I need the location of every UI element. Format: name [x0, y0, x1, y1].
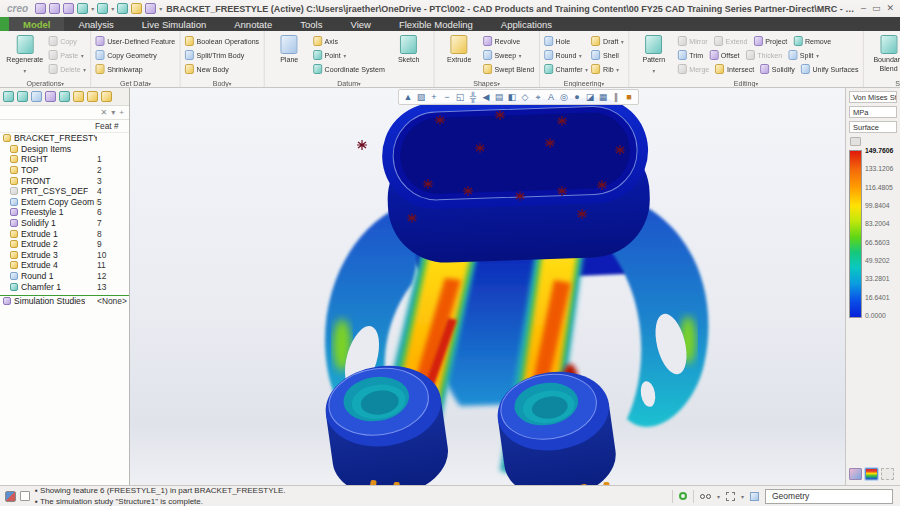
swept-blend-button[interactable]: Swept Blend [483, 63, 534, 75]
search-options-icon[interactable]: ▾ [111, 109, 115, 117]
box-select-icon[interactable]: ▧ [415, 93, 427, 102]
zoom-out-icon[interactable]: − [441, 93, 453, 102]
copy-geometry-button[interactable]: Copy Geometry [96, 49, 176, 61]
group-label-datum[interactable]: Datum▾ [264, 79, 433, 88]
undo-icon[interactable] [77, 3, 88, 14]
section-icon[interactable]: ◪ [584, 93, 596, 102]
customize-icon[interactable] [145, 3, 156, 14]
zoom-in-icon[interactable]: + [428, 93, 440, 102]
group-label-surfaces[interactable]: Surfaces▾ [864, 79, 900, 88]
pattern-button[interactable]: Pattern▾ [633, 33, 674, 74]
tree-item-chamfer-1[interactable]: Chamfer 113 [0, 281, 129, 292]
settings-icon[interactable] [87, 91, 98, 102]
graphics-area[interactable]: ▲▧+−◱╬◀▤◧◇⌖A◎●◪▦∥■ [130, 88, 845, 485]
model-viewport[interactable] [130, 88, 845, 485]
axis-button[interactable]: Axis [313, 35, 385, 47]
shell-button[interactable]: Shell [592, 49, 624, 61]
solidify-button[interactable]: Solidify [760, 63, 794, 75]
hole-button[interactable]: Hole [544, 35, 588, 47]
appearance-icon[interactable]: ● [571, 93, 583, 102]
select-icon[interactable]: ▲ [402, 93, 414, 102]
offset-button[interactable]: Offset [709, 49, 739, 61]
named-views-icon[interactable]: ▤ [493, 93, 505, 102]
tree-item-extrude-4[interactable]: Extrude 411 [0, 260, 129, 271]
group-label-body[interactable]: Body▾ [181, 79, 264, 88]
tab-view[interactable]: View [336, 17, 384, 31]
shrinkwrap-button[interactable]: Shrinkwrap [96, 63, 176, 75]
tree-item-extrude-1[interactable]: Extrude 18 [0, 228, 129, 239]
tree-item-right[interactable]: RIGHT1 [0, 154, 129, 165]
tab-flexible-modeling[interactable]: Flexible Modeling [385, 17, 487, 31]
find-icon[interactable] [700, 494, 711, 499]
tab-applications[interactable]: Applications [487, 17, 566, 31]
legend-display-icon[interactable] [865, 468, 878, 480]
split-trim-body-button[interactable]: Split/Trim Body [185, 49, 259, 61]
round-button[interactable]: Round▾ [544, 49, 588, 61]
regenerate-icon[interactable] [117, 3, 128, 14]
tree-item-extrude-3[interactable]: Extrude 310 [0, 250, 129, 261]
window-arrange-icon[interactable] [131, 3, 142, 14]
history-icon[interactable] [59, 91, 70, 102]
refit-icon[interactable]: ◱ [454, 93, 466, 102]
group-label-operations[interactable]: Operations▾ [0, 79, 90, 88]
unify-surfaces-button[interactable]: Unify Surfaces [801, 63, 859, 75]
coordinate-system-button[interactable]: Coordinate System [313, 63, 385, 75]
tree-item-simulation-studies[interactable]: Simulation Studies<None> [0, 295, 129, 306]
boundary-blend-button[interactable]: Boundary Blend [868, 33, 900, 74]
display-style-icon[interactable]: ◧ [506, 93, 518, 102]
previous-view-icon[interactable]: ◀ [480, 93, 492, 102]
show-icon[interactable] [73, 91, 84, 102]
tree-item-extern-copy-geom-id-7882[interactable]: Extern Copy Geom id 78825 [0, 197, 129, 208]
result-arrow-icon[interactable] [849, 468, 862, 480]
pause-icon[interactable]: ∥ [610, 93, 622, 102]
tree-item-front[interactable]: FRONT3 [0, 175, 129, 186]
group-label-shapes[interactable]: Shapes▾ [434, 79, 538, 88]
result-display-select[interactable]: Surface [849, 121, 897, 133]
notification-icon[interactable] [5, 491, 16, 502]
split-button[interactable]: Split▾ [788, 49, 819, 61]
tab-model[interactable]: Model [9, 17, 64, 31]
file-menu-button[interactable] [0, 17, 9, 31]
tree-item-top[interactable]: TOP2 [0, 165, 129, 176]
group-label-editing[interactable]: Editing▾ [629, 79, 863, 88]
project-button[interactable]: Project [754, 35, 788, 47]
model-tree-icon[interactable] [3, 91, 14, 102]
select-parts-icon[interactable] [750, 492, 759, 501]
regeneration-status-icon[interactable] [679, 492, 687, 500]
regenerate-button[interactable]: Regenerate▾ [4, 33, 45, 74]
sweep-button[interactable]: Sweep▾ [483, 49, 534, 61]
simulation-display-icon[interactable]: ▦ [597, 93, 609, 102]
favorites-icon[interactable] [45, 91, 56, 102]
quick-check-icon[interactable] [20, 491, 30, 501]
clipping-icon[interactable] [881, 468, 894, 480]
tree-item-prt-csys-def[interactable]: PRT_CSYS_DEF4 [0, 186, 129, 197]
boolean-operations-button[interactable]: Boolean Operations [185, 35, 259, 47]
model-tree-search-row[interactable]: ✕▾+ [0, 106, 129, 120]
open-file-icon[interactable] [49, 3, 60, 14]
new-file-icon[interactable] [35, 3, 46, 14]
tree-item-round-1[interactable]: Round 112 [0, 271, 129, 282]
tree-item-extrude-2[interactable]: Extrude 29 [0, 239, 129, 250]
selection-filter-combobox[interactable]: Geometry [765, 489, 893, 504]
selection-caret-icon[interactable]: ▾ [741, 493, 744, 500]
tab-analysis[interactable]: Analysis [64, 17, 127, 31]
detail-tree-icon[interactable] [31, 91, 42, 102]
extrude-button[interactable]: Extrude [439, 33, 480, 65]
find-caret-icon[interactable]: ▾ [717, 493, 720, 500]
tree-item-bracket-freestyle-prt[interactable]: BRACKET_FREESTYLE.PRT [0, 133, 129, 144]
tree-item-solidify-1[interactable]: Solidify 17 [0, 218, 129, 229]
chamfer-button[interactable]: Chamfer▾ [544, 63, 588, 75]
plane-button[interactable]: Plane [269, 33, 310, 65]
tree-item-design-items[interactable]: Design Items [0, 144, 129, 155]
tree-item-freestyle-1[interactable]: Freestyle 16 [0, 207, 129, 218]
draft-button[interactable]: Draft▾ [592, 35, 624, 47]
legend-options-button[interactable] [850, 137, 861, 146]
add-column-icon[interactable]: + [119, 109, 124, 117]
lock-icon[interactable] [101, 91, 112, 102]
tab-annotate[interactable]: Annotate [220, 17, 286, 31]
perspective-icon[interactable]: ◇ [519, 93, 531, 102]
datum-display-icon[interactable]: ⌖ [532, 93, 544, 102]
revolve-button[interactable]: Revolve [483, 35, 534, 47]
clear-search-icon[interactable]: ✕ [101, 109, 108, 117]
intersect-button[interactable]: Intersect [716, 63, 755, 75]
